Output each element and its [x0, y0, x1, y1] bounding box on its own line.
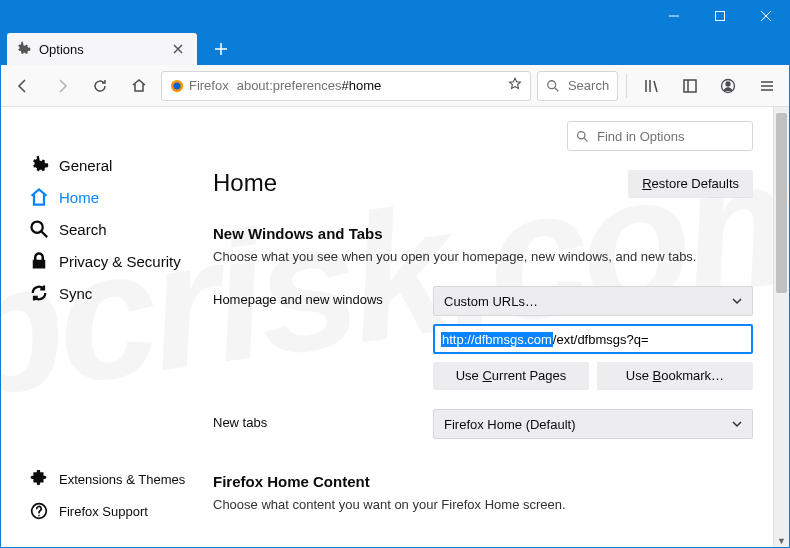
reload-button[interactable] — [84, 69, 116, 103]
home-button[interactable] — [122, 69, 154, 103]
window-maximize-button[interactable] — [697, 1, 743, 31]
preferences-main: Find in Options Home Restore Defaults Ne… — [201, 107, 789, 548]
sidebar-item-label: Privacy & Security — [59, 253, 181, 270]
svg-point-3 — [548, 80, 556, 88]
sidebar-item-label: Extensions & Themes — [59, 472, 185, 487]
page-title: Home — [213, 169, 277, 197]
tab-options[interactable]: Options — [7, 33, 197, 65]
sidebar-item-label: Firefox Support — [59, 504, 148, 519]
sidebar-item-support[interactable]: Firefox Support — [29, 495, 201, 527]
puzzle-icon — [29, 469, 49, 489]
homepage-label: Homepage and new windows — [213, 286, 413, 307]
use-current-pages-button[interactable]: Use Current Pages — [433, 362, 589, 389]
newtabs-label: New tabs — [213, 409, 413, 430]
url-text: about:preferences#home — [237, 78, 382, 93]
sidebar-item-label: Home — [59, 189, 99, 206]
svg-point-2 — [173, 82, 180, 89]
scroll-thumb[interactable] — [776, 113, 787, 293]
window-close-button[interactable] — [743, 1, 789, 31]
sidebar-item-label: General — [59, 157, 112, 174]
url-rest-text: /ext/dfbmsgs?q= — [553, 332, 649, 347]
homepage-select[interactable]: Custom URLs… — [433, 286, 753, 316]
tab-bar: Options — [1, 31, 789, 65]
find-placeholder: Find in Options — [597, 129, 684, 144]
newtabs-row: New tabs Firefox Home (Default) — [213, 409, 753, 439]
lock-icon — [29, 251, 49, 271]
content-area: pcrisk.com General Home Search Privacy &… — [1, 107, 789, 548]
chevron-down-icon — [732, 296, 742, 306]
svg-rect-0 — [716, 12, 725, 21]
find-in-options-field[interactable]: Find in Options — [567, 121, 753, 151]
bookmark-star-icon[interactable] — [508, 77, 522, 94]
section-firefox-home-content: Firefox Home Content — [213, 473, 753, 490]
homepage-row: Homepage and new windows Custom URLs… ht… — [213, 286, 753, 389]
homepage-url-input[interactable]: http://dfbmsgs.com/ext/dfbmsgs?q= — [433, 324, 753, 354]
back-button[interactable] — [7, 69, 39, 103]
chevron-down-icon — [732, 419, 742, 429]
svg-point-6 — [726, 82, 730, 86]
home-icon — [29, 187, 49, 207]
url-bar[interactable]: Firefox about:preferences#home — [161, 71, 531, 101]
select-value: Firefox Home (Default) — [444, 417, 575, 432]
search-icon — [29, 219, 49, 239]
firefox-icon — [170, 79, 184, 93]
search-placeholder: Search — [568, 78, 609, 93]
scroll-down-arrow[interactable]: ▼ — [774, 533, 789, 548]
section-new-windows-tabs: New Windows and Tabs — [213, 225, 753, 242]
library-button[interactable] — [635, 69, 667, 103]
restore-defaults-button[interactable]: Restore Defaults — [628, 170, 753, 197]
separator — [626, 74, 627, 98]
search-icon — [546, 79, 560, 93]
search-icon — [576, 130, 589, 143]
sidebar-item-general[interactable]: General — [29, 149, 201, 181]
identity-box[interactable]: Firefox — [170, 78, 229, 93]
nav-toolbar: Firefox about:preferences#home Search — [1, 65, 789, 107]
sidebar-item-extensions[interactable]: Extensions & Themes — [29, 463, 201, 495]
svg-point-9 — [578, 131, 585, 138]
vertical-scrollbar[interactable]: ▲ ▼ — [773, 107, 789, 548]
svg-rect-4 — [684, 80, 696, 92]
window-minimize-button[interactable] — [651, 1, 697, 31]
search-bar[interactable]: Search — [537, 71, 618, 101]
sync-icon — [29, 283, 49, 303]
preferences-sidebar: General Home Search Privacy & Security S… — [1, 107, 201, 548]
identity-label: Firefox — [189, 78, 229, 93]
tab-close-button[interactable] — [169, 40, 187, 58]
sidebar-item-privacy[interactable]: Privacy & Security — [29, 245, 201, 277]
new-tab-button[interactable] — [205, 33, 237, 65]
account-button[interactable] — [712, 69, 744, 103]
select-value: Custom URLs… — [444, 294, 538, 309]
forward-button[interactable] — [45, 69, 77, 103]
section-subtitle-2: Choose what content you want on your Fir… — [213, 496, 703, 514]
sidebar-item-sync[interactable]: Sync — [29, 277, 201, 309]
sidebar-toggle-button[interactable] — [674, 69, 706, 103]
svg-point-7 — [32, 222, 43, 233]
menu-button[interactable] — [751, 69, 783, 103]
use-bookmark-button[interactable]: Use Bookmark… — [597, 362, 753, 389]
section-subtitle: Choose what you see when you open your h… — [213, 248, 703, 266]
sidebar-item-label: Search — [59, 221, 107, 238]
tab-title: Options — [39, 42, 84, 57]
window-titlebar — [1, 1, 789, 31]
sidebar-item-home[interactable]: Home — [29, 181, 201, 213]
url-selected-text: http://dfbmsgs.com — [441, 332, 553, 347]
sidebar-item-search[interactable]: Search — [29, 213, 201, 245]
newtabs-select[interactable]: Firefox Home (Default) — [433, 409, 753, 439]
gear-icon — [29, 155, 49, 175]
gear-icon — [15, 41, 31, 57]
question-icon — [29, 501, 49, 521]
sidebar-item-label: Sync — [59, 285, 92, 302]
